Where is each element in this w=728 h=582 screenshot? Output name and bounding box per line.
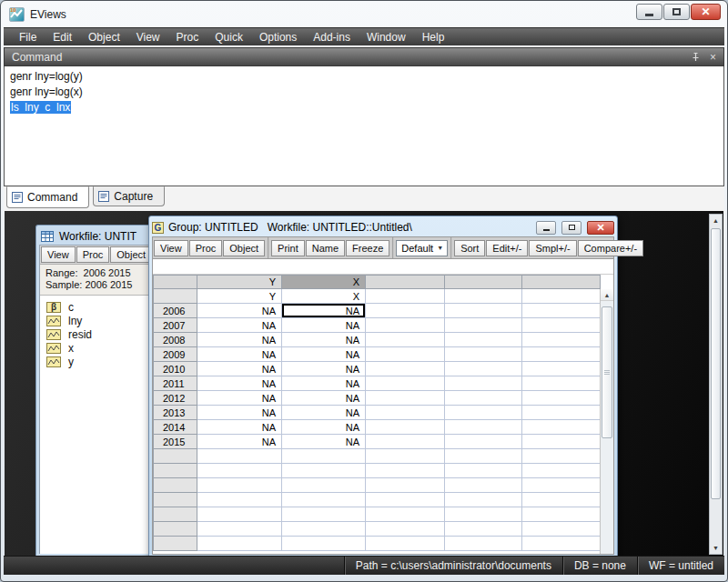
empty-column-header[interactable] bbox=[522, 276, 601, 289]
table-row: 2007 NA NA bbox=[154, 318, 601, 333]
table-row: 2009 NA NA bbox=[154, 347, 601, 362]
menu-item-window[interactable]: Window bbox=[359, 31, 414, 44]
eviews-app-icon: 10 bbox=[9, 7, 25, 22]
row-header[interactable]: 2007 bbox=[154, 318, 197, 333]
data-cell[interactable]: NA bbox=[197, 362, 282, 376]
data-cell[interactable]: NA bbox=[282, 376, 366, 391]
group-title: Group: UNTITLED Workfile: UNTITLED::Unti… bbox=[168, 221, 531, 234]
group-view-button[interactable]: View bbox=[154, 240, 188, 256]
row-header[interactable]: 2006 bbox=[154, 304, 197, 318]
status-path: Path = c:\users\administrator\documents bbox=[344, 557, 562, 575]
series-icon bbox=[46, 329, 61, 340]
command-panel-header: Command × bbox=[4, 47, 724, 66]
workspace-scrollbar[interactable]: ▲ ▼ bbox=[709, 214, 723, 555]
data-cell[interactable]: NA bbox=[197, 406, 282, 420]
data-cell[interactable]: NA bbox=[282, 333, 366, 347]
column-header-x[interactable]: X bbox=[282, 276, 366, 289]
data-cell[interactable]: NA bbox=[197, 420, 282, 435]
title-bar: 10 EViews ✕ bbox=[4, 2, 724, 27]
data-cell[interactable]: NA bbox=[197, 304, 282, 318]
group-close-button[interactable]: ✕ bbox=[587, 221, 614, 235]
series-name-cell[interactable]: Y bbox=[197, 289, 282, 304]
data-cell[interactable]: NA bbox=[282, 362, 366, 376]
row-header[interactable]: 2008 bbox=[154, 333, 197, 347]
data-cell[interactable]: NA bbox=[197, 347, 282, 362]
empty-row bbox=[154, 522, 601, 537]
status-db: DB = none bbox=[562, 557, 637, 575]
scroll-up-icon[interactable]: ▲ bbox=[601, 289, 613, 301]
data-cell[interactable]: NA bbox=[282, 406, 366, 420]
data-cell[interactable]: NA bbox=[282, 391, 366, 406]
group-sort-button[interactable]: Sort bbox=[454, 240, 485, 256]
row-header[interactable]: 2015 bbox=[154, 435, 197, 449]
display-mode-dropdown[interactable]: Default ▼ bbox=[396, 240, 448, 256]
menu-item-object[interactable]: Object bbox=[80, 31, 128, 44]
group-compare-button[interactable]: Compare+/- bbox=[578, 240, 643, 256]
group-spreadsheet: Y X Y X 2006 bbox=[153, 275, 601, 551]
group-print-button[interactable]: Print bbox=[271, 240, 305, 256]
menu-item-edit[interactable]: Edit bbox=[45, 31, 80, 44]
group-restore-button[interactable] bbox=[561, 221, 581, 235]
workfile-view-button[interactable]: View bbox=[41, 246, 76, 263]
menu-item-file[interactable]: File bbox=[11, 31, 45, 44]
cell-edit-bar[interactable] bbox=[153, 259, 613, 275]
table-row: 2014 NA NA bbox=[154, 420, 601, 435]
pin-icon[interactable] bbox=[691, 52, 701, 62]
data-cell[interactable]: NA bbox=[282, 420, 366, 435]
scroll-down-icon[interactable]: ▼ bbox=[710, 542, 722, 554]
row-header[interactable]: 2010 bbox=[154, 362, 197, 376]
data-cell[interactable]: NA bbox=[282, 318, 366, 333]
data-cell[interactable]: NA bbox=[282, 347, 366, 362]
menu-item-addins[interactable]: Add-ins bbox=[305, 31, 359, 44]
group-proc-button[interactable]: Proc bbox=[189, 240, 223, 256]
column-header-y[interactable]: Y bbox=[197, 276, 282, 289]
menu-item-view[interactable]: View bbox=[128, 31, 168, 44]
row-header[interactable]: 2014 bbox=[154, 420, 197, 435]
menu-item-quick[interactable]: Quick bbox=[207, 31, 251, 44]
command-line: genr lny=log(y) bbox=[10, 69, 718, 85]
close-button[interactable]: ✕ bbox=[691, 4, 721, 20]
menu-item-proc[interactable]: Proc bbox=[168, 31, 207, 44]
data-cell[interactable]: NA bbox=[197, 333, 282, 347]
empty-column-header[interactable] bbox=[445, 276, 522, 289]
corner-header-cell[interactable] bbox=[154, 276, 197, 289]
close-panel-icon[interactable]: × bbox=[710, 52, 716, 63]
series-name-cell[interactable]: X bbox=[282, 289, 366, 304]
table-row: 2006 NA NA bbox=[154, 304, 601, 318]
scroll-up-icon[interactable]: ▲ bbox=[710, 215, 722, 226]
group-edit-button[interactable]: Edit+/- bbox=[486, 240, 528, 256]
data-cell[interactable]: NA bbox=[197, 391, 282, 406]
series-icon bbox=[46, 343, 61, 354]
group-smpl-button[interactable]: Smpl+/- bbox=[529, 240, 576, 256]
data-cell[interactable]: NA bbox=[197, 376, 282, 391]
group-title-bar[interactable]: G Group: UNTITLED Workfile: UNTITLED::Un… bbox=[152, 218, 614, 236]
workfile-object-button[interactable]: Object bbox=[110, 246, 152, 263]
menu-item-help[interactable]: Help bbox=[414, 31, 453, 44]
group-name-button[interactable]: Name bbox=[306, 240, 345, 256]
command-input-area[interactable]: genr lny=log(y) genr lny=log(x) ls lny c… bbox=[4, 66, 724, 186]
data-cell[interactable]: NA bbox=[197, 318, 282, 333]
row-header[interactable]: 2013 bbox=[154, 406, 197, 420]
group-object-button[interactable]: Object bbox=[223, 240, 265, 256]
coefficient-beta-icon: β bbox=[46, 302, 61, 313]
data-cell[interactable]: NA bbox=[282, 435, 366, 449]
empty-column-header[interactable] bbox=[366, 276, 445, 289]
scrollbar-thumb[interactable] bbox=[711, 228, 721, 499]
row-header[interactable]: 2012 bbox=[154, 391, 197, 406]
row-header[interactable]: 2011 bbox=[154, 376, 197, 391]
row-header[interactable] bbox=[154, 289, 197, 304]
tab-command[interactable]: Command bbox=[6, 186, 89, 208]
row-header[interactable]: 2009 bbox=[154, 347, 197, 362]
menu-item-options[interactable]: Options bbox=[251, 31, 305, 44]
scrollbar-thumb[interactable] bbox=[602, 306, 612, 438]
command-line: genr lny=log(x) bbox=[10, 85, 718, 100]
tab-capture[interactable]: Capture bbox=[93, 186, 165, 206]
group-freeze-button[interactable]: Freeze bbox=[346, 240, 389, 256]
group-minimize-button[interactable] bbox=[536, 221, 556, 235]
spreadsheet-scrollbar[interactable]: ▲ bbox=[600, 289, 613, 555]
workfile-proc-button[interactable]: Proc bbox=[76, 246, 110, 263]
maximize-button[interactable] bbox=[663, 4, 690, 20]
data-cell[interactable]: NA bbox=[197, 435, 282, 449]
minimize-button[interactable] bbox=[636, 4, 662, 20]
selected-cell[interactable]: NA bbox=[282, 304, 366, 318]
